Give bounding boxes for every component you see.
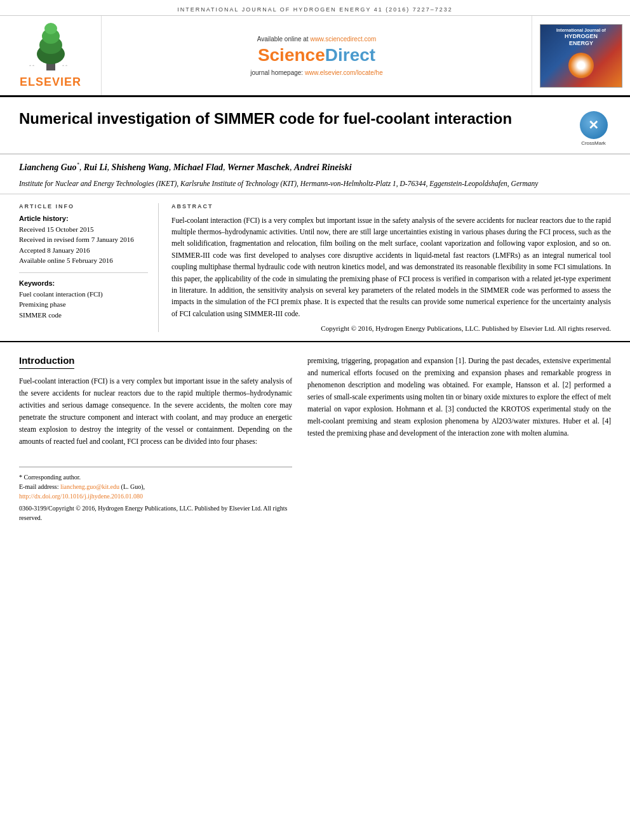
keyword-3: SIMMER code bbox=[19, 310, 148, 321]
revised-date: Received in revised form 7 January 2016 bbox=[19, 234, 148, 245]
accepted-date: Accepted 8 January 2016 bbox=[19, 245, 148, 256]
keyword-1: Fuel coolant interaction (FCI) bbox=[19, 289, 148, 300]
svg-point-4 bbox=[44, 23, 57, 34]
article-title-text: Numerical investigation of SIMMER code f… bbox=[19, 109, 563, 128]
article-info-heading: ARTICLE INFO bbox=[19, 203, 148, 210]
divider bbox=[19, 272, 148, 273]
article-title: Numerical investigation of SIMMER code f… bbox=[19, 109, 563, 128]
svg-text:⌃⌃: ⌃⌃ bbox=[62, 65, 68, 69]
content-section: ARTICLE INFO Article history: Received 1… bbox=[0, 194, 630, 342]
authors-line: Liancheng Guo*, Rui Li, Shisheng Wang, M… bbox=[19, 161, 611, 175]
elsevier-name: ELSEVIER bbox=[20, 76, 81, 89]
doi-line: http://dx.doi.org/10.1016/j.ijhydene.201… bbox=[19, 491, 292, 501]
doi-link[interactable]: http://dx.doi.org/10.1016/j.ijhydene.201… bbox=[19, 493, 143, 500]
received-date: Received 15 October 2015 bbox=[19, 224, 148, 235]
affiliation-line: Institute for Nuclear and Energy Technol… bbox=[19, 178, 611, 189]
available-text: Available online at www.sciencedirect.co… bbox=[257, 36, 377, 43]
authors-section: Liancheng Guo*, Rui Li, Shisheng Wang, M… bbox=[0, 154, 630, 194]
available-online-date: Available online 5 February 2016 bbox=[19, 255, 148, 266]
sciencedirect-logo: ScienceDirect bbox=[258, 45, 375, 65]
crossmark-label: CrossMark bbox=[581, 140, 606, 146]
abstract-column: ABSTRACT Fuel-coolant interaction (FCI) … bbox=[171, 203, 611, 333]
journal-cover-area: International Journal ofHYDROGENENERGY bbox=[532, 16, 630, 95]
left-column: Introduction Fuel-coolant interaction (F… bbox=[19, 355, 292, 523]
journal-title: INTERNATIONAL JOURNAL OF HYDROGEN ENERGY… bbox=[177, 6, 453, 13]
svg-text:⌃⌃: ⌃⌃ bbox=[29, 65, 35, 69]
sciencedirect-link[interactable]: www.sciencedirect.com bbox=[310, 36, 376, 43]
introduction-left-text: Fuel-coolant interaction (FCI) is a very… bbox=[19, 375, 292, 448]
email-link[interactable]: liancheng.guo@kit.edu bbox=[60, 483, 119, 490]
elsevier-tree-icon: ⌃⌃ ⌃⌃ bbox=[22, 22, 79, 73]
abstract-copyright: Copyright © 2016, Hydrogen Energy Public… bbox=[171, 324, 611, 332]
footnote-area: * Corresponding author. E-mail address: … bbox=[19, 467, 292, 523]
journal-homepage-link[interactable]: www.elsevier.com/locate/he bbox=[305, 69, 383, 76]
introduction-heading: Introduction bbox=[19, 355, 74, 369]
keywords-heading: Keywords: bbox=[19, 279, 148, 287]
corresponding-note: * Corresponding author. bbox=[19, 472, 292, 482]
right-column: premixing, triggering, propagation and e… bbox=[307, 355, 611, 523]
journal-top-bar: INTERNATIONAL JOURNAL OF HYDROGEN ENERGY… bbox=[0, 0, 630, 16]
cover-title: International Journal ofHYDROGENENERGY bbox=[556, 27, 606, 48]
article-history-heading: Article history: bbox=[19, 215, 148, 222]
abstract-text: Fuel-coolant interaction (FCI) is a very… bbox=[171, 215, 611, 320]
header-section: ⌃⌃ ⌃⌃ ELSEVIER Available online at www.s… bbox=[0, 16, 630, 97]
article-title-section: Numerical investigation of SIMMER code f… bbox=[0, 97, 630, 154]
introduction-right-text: premixing, triggering, propagation and e… bbox=[307, 355, 611, 439]
journal-homepage: journal homepage: www.elsevier.com/locat… bbox=[250, 69, 382, 76]
journal-cover-image: International Journal ofHYDROGENENERGY bbox=[540, 24, 622, 88]
cover-circle-graphic bbox=[568, 53, 594, 78]
keyword-2: Premixing phase bbox=[19, 299, 148, 310]
sciencedirect-area: Available online at www.sciencedirect.co… bbox=[102, 16, 532, 95]
crossmark-badge[interactable]: ✕ CrossMark bbox=[576, 109, 611, 146]
abstract-heading: ABSTRACT bbox=[171, 203, 611, 210]
email-line: E-mail address: liancheng.guo@kit.edu (L… bbox=[19, 482, 292, 491]
elsevier-logo-area: ⌃⌃ ⌃⌃ ELSEVIER bbox=[0, 16, 102, 95]
crossmark-icon: ✕ bbox=[580, 111, 608, 139]
article-info-column: ARTICLE INFO Article history: Received 1… bbox=[19, 203, 159, 333]
main-content: Introduction Fuel-coolant interaction (F… bbox=[0, 341, 630, 535]
issn-line: 0360-3199/Copyright © 2016, Hydrogen Ene… bbox=[19, 503, 292, 523]
footnote-text: * Corresponding author. E-mail address: … bbox=[19, 472, 292, 523]
